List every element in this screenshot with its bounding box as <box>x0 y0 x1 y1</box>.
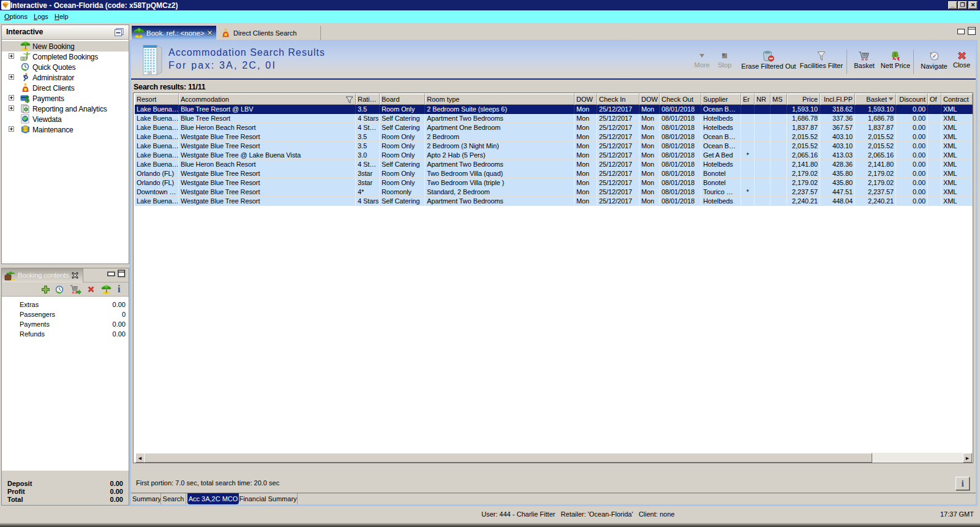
svg-text:$: $ <box>25 95 29 104</box>
